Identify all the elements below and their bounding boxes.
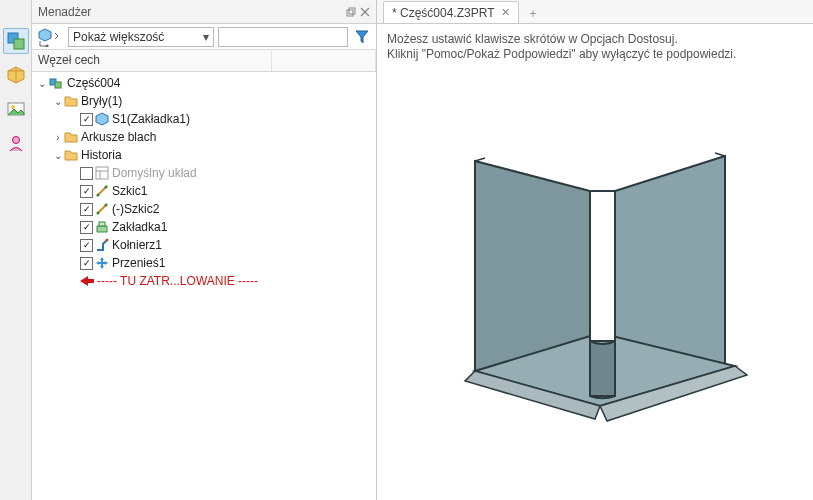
svg-point-6: [11, 105, 15, 109]
tree-root: ⌄ Część004: [32, 74, 376, 92]
expand-icon[interactable]: ›: [52, 132, 64, 143]
layout-icon: [95, 166, 109, 180]
tree-root-label: Część004: [67, 76, 120, 90]
svg-marker-16: [356, 31, 368, 43]
tree-history-item[interactable]: ✓Szkic1: [32, 182, 376, 200]
3d-viewport[interactable]: [377, 66, 813, 500]
hint-line2: Kliknij "Pomoc/Pokaż Podpowiedzi" aby wy…: [387, 47, 803, 62]
svg-marker-29: [96, 257, 108, 269]
svg-marker-30: [80, 276, 94, 286]
iconbar-user-icon[interactable]: [3, 130, 29, 156]
feature-tree[interactable]: ⌄ Część004 ⌄ Bryły(1) ✓ S1(Zakładka1) › …: [32, 72, 376, 500]
svg-rect-1: [14, 39, 24, 49]
collapse-icon[interactable]: ⌄: [52, 96, 64, 107]
hint-line1: Możesz ustawić klawisze skrótów w Opcjac…: [387, 32, 803, 47]
flange-icon: [95, 238, 109, 252]
iconbar-image-icon[interactable]: [3, 96, 29, 122]
tree-history-item[interactable]: ✓Przenieś1: [32, 254, 376, 272]
svg-point-15: [45, 44, 48, 47]
tab-add-icon[interactable]: ＋: [523, 3, 543, 23]
manager-title: Menadżer: [38, 5, 91, 19]
tree-item-label: Szkic1: [112, 184, 147, 198]
svg-point-7: [12, 137, 19, 144]
document-area: * Część004.Z3PRT ✕ ＋ Możesz ustawić klaw…: [377, 0, 813, 500]
tree-item-label: (-)Szkic2: [112, 202, 159, 216]
tree-history: ⌄ Historia: [32, 146, 376, 164]
checkbox[interactable]: ✓: [80, 221, 93, 234]
sketch-icon: [95, 184, 109, 198]
rollback-arrow-icon: [80, 275, 94, 287]
tree-rollback-bar: ----- TU ZATR...LOWANIE -----: [32, 272, 376, 290]
svg-point-24: [105, 186, 108, 189]
tree-solid-s1: ✓ S1(Zakładka1): [32, 110, 376, 128]
tab-icon: [95, 220, 109, 234]
checkbox[interactable]: [80, 167, 93, 180]
checkbox[interactable]: ✓: [80, 113, 93, 126]
iconbar-cube-icon[interactable]: [3, 62, 29, 88]
tab-label: * Część004.Z3PRT: [392, 6, 495, 20]
left-iconbar: [0, 0, 32, 500]
hint-text: Możesz ustawić klawisze skrótów w Opcjac…: [377, 24, 813, 66]
tree-history-label: Historia: [81, 148, 122, 162]
tree-solids: ⌄ Bryły(1): [32, 92, 376, 110]
checkbox[interactable]: ✓: [80, 185, 93, 198]
tab-active[interactable]: * Część004.Z3PRT ✕: [383, 1, 519, 23]
tree-header-col1[interactable]: Węzeł cech: [32, 50, 272, 71]
tree-item-label: Kołnierz1: [112, 238, 162, 252]
svg-marker-12: [39, 29, 51, 41]
tree-solids-label: Bryły(1): [81, 94, 122, 108]
svg-marker-19: [96, 113, 108, 125]
tree-solid-label: S1(Zakładka1): [112, 112, 190, 126]
filter-icon[interactable]: [352, 27, 372, 47]
tab-close-icon[interactable]: ✕: [501, 6, 510, 19]
rollback-label: ----- TU ZATR...LOWANIE -----: [97, 274, 258, 288]
tree-history-item[interactable]: ✓Kołnierz1: [32, 236, 376, 254]
svg-point-28: [106, 239, 109, 242]
tabbar: * Część004.Z3PRT ✕ ＋: [377, 0, 813, 24]
svg-rect-8: [347, 10, 353, 16]
collapse-icon[interactable]: ⌄: [36, 78, 48, 89]
svg-rect-27: [99, 222, 105, 226]
manager-panel: Menadżer Pokaż większość ▾ Węzeł cech ⌄: [32, 0, 377, 500]
tree-item-label: Domyślny układ: [112, 166, 197, 180]
folder-icon: [64, 94, 78, 108]
tree-history-item[interactable]: ✓Zakładka1: [32, 218, 376, 236]
svg-line-38: [715, 153, 725, 156]
tree-history-item[interactable]: ✓(-)Szkic2: [32, 200, 376, 218]
svg-point-23: [97, 194, 100, 197]
chevron-down-icon: ▾: [203, 30, 209, 44]
svg-rect-18: [55, 82, 61, 88]
tree-item-label: Zakładka1: [112, 220, 167, 234]
iconbar-assembly-icon[interactable]: [3, 28, 29, 54]
close-icon[interactable]: [360, 7, 370, 17]
tree-header: Węzeł cech: [32, 50, 376, 72]
part-render: [415, 121, 775, 481]
checkbox[interactable]: ✓: [80, 203, 93, 216]
manager-titlebar: Menadżer: [32, 0, 376, 24]
tree-sheets-label: Arkusze blach: [81, 130, 156, 144]
svg-marker-36: [590, 191, 615, 341]
tree-item-label: Przenieś1: [112, 256, 165, 270]
part-icon: [48, 75, 64, 91]
view-filter-combo[interactable]: Pokaż większość ▾: [68, 27, 214, 47]
combo-label: Pokaż większość: [73, 30, 164, 44]
sketch-icon: [95, 202, 109, 216]
svg-point-25: [97, 212, 100, 215]
svg-point-26: [105, 204, 108, 207]
move-icon: [95, 256, 109, 270]
restore-icon[interactable]: [346, 7, 356, 17]
search-input[interactable]: [218, 27, 348, 47]
folder-icon: [64, 148, 78, 162]
collapse-icon[interactable]: ⌄: [52, 150, 64, 161]
checkbox[interactable]: ✓: [80, 257, 93, 270]
tree-mode-icon[interactable]: [36, 26, 64, 48]
svg-rect-9: [349, 8, 355, 14]
svg-line-37: [475, 158, 485, 161]
tree-history-item[interactable]: Domyślny układ: [32, 164, 376, 182]
folder-icon: [64, 130, 78, 144]
checkbox[interactable]: ✓: [80, 239, 93, 252]
svg-rect-20: [96, 167, 108, 179]
manager-toolbar: Pokaż większość ▾: [32, 24, 376, 50]
solid-icon: [95, 112, 109, 126]
tree-header-col2[interactable]: [272, 50, 376, 71]
